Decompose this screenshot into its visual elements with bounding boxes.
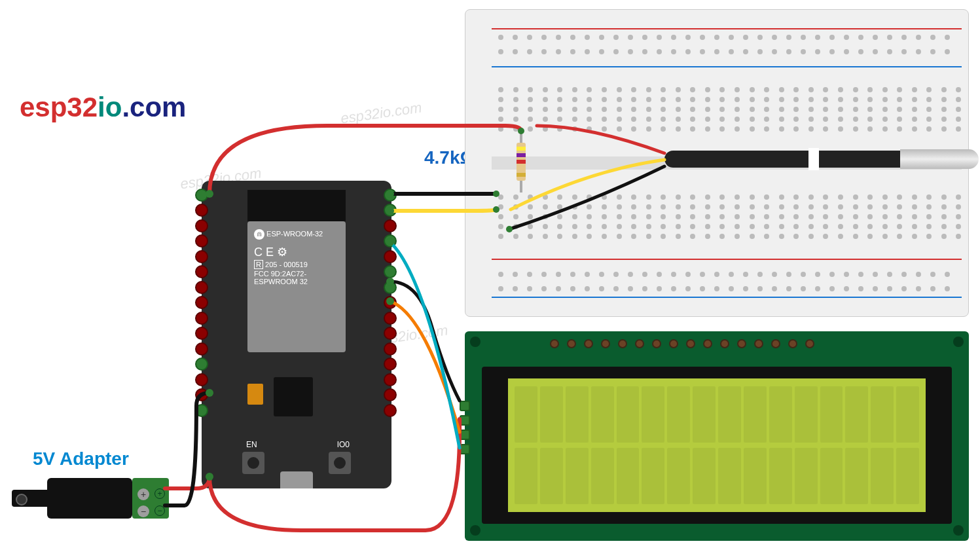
- esp32-shield: ⋒ ESP-WROOM-32 C E ⚙ R 205 - 000519 FCC …: [247, 221, 346, 352]
- io0-button[interactable]: [329, 452, 351, 474]
- lcd-header-pin: [652, 339, 661, 348]
- lcd-char-cell: [871, 448, 894, 504]
- esp32-pin: [195, 219, 208, 232]
- esp32-pin: [384, 250, 397, 263]
- lcd-char-cell: [820, 386, 843, 443]
- en-button-label: EN: [246, 440, 257, 449]
- lcd-header-pin: [754, 339, 763, 348]
- lcd-char-cell: [515, 448, 537, 504]
- lcd-char-cell: [667, 386, 690, 443]
- lcd-header-pin: [584, 339, 593, 348]
- lcd-pin-sda: [460, 430, 470, 440]
- esp32-pins-right: [384, 186, 398, 483]
- dc-barrel-jack[interactable]: [12, 490, 47, 507]
- lcd-char-cell: [540, 386, 563, 443]
- ds18b20-sensor: [664, 149, 979, 169]
- lcd-header-pin: [550, 339, 559, 348]
- lcd-char-cell: [845, 386, 868, 443]
- lcd-row-1: [515, 386, 919, 443]
- terminal-screw-pos[interactable]: [137, 488, 149, 500]
- lcd-header-pin: [805, 339, 814, 348]
- esp32-pin: [384, 327, 397, 340]
- lcd-header-pin: [703, 339, 712, 348]
- lcd-char-cell: [718, 448, 741, 504]
- esp32-module-name: ESP-WROOM-32: [266, 230, 323, 238]
- rail-holes: [498, 272, 962, 277]
- lcd-pin-scl: [460, 444, 470, 454]
- lcd-16x2: [465, 331, 969, 541]
- sensor-probe-tip: [900, 149, 979, 169]
- lcd-header-pin: [788, 339, 797, 348]
- esp32-pin: [195, 265, 208, 278]
- lcd-char-cell: [871, 386, 894, 443]
- dc-adapter-5v: + −: [12, 471, 169, 524]
- lcd-char-cell: [566, 386, 589, 443]
- esp32-pin: [195, 312, 208, 325]
- esp32-pin: [384, 388, 397, 401]
- esp32-pin: [384, 281, 397, 294]
- rail-holes: [498, 35, 962, 40]
- esp32-pin: [195, 296, 208, 309]
- esp32-pin: [195, 234, 208, 248]
- lcd-char-cell: [642, 386, 664, 443]
- site-logo: esp32io.com: [20, 92, 186, 123]
- esp32-antenna: [247, 190, 346, 221]
- esp32-pin: [384, 342, 397, 356]
- breadboard-grid-bot: [498, 194, 962, 239]
- rail-holes: [498, 286, 962, 291]
- watermark: esp32io.com: [340, 99, 423, 127]
- lcd-char-cell: [540, 448, 563, 504]
- lcd-char-cell: [515, 386, 537, 443]
- esp32-pin: [195, 404, 208, 417]
- lcd-pin-vcc: [460, 415, 470, 426]
- lcd-header-pins: [550, 339, 814, 348]
- adapter-label: 5V Adapter: [33, 449, 129, 469]
- esp32-pin: [384, 296, 397, 309]
- esp32-pin: [195, 189, 208, 202]
- logo-part1: esp32: [20, 92, 98, 122]
- lcd-char-cell: [820, 448, 843, 504]
- lcd-screen: [508, 378, 926, 512]
- plus-icon: +: [154, 488, 165, 499]
- pullup-resistor: [517, 143, 526, 181]
- lcd-char-cell: [591, 448, 614, 504]
- esp32-pin: [195, 388, 208, 401]
- lcd-char-cell: [795, 448, 818, 504]
- lcd-char-cell: [693, 386, 716, 443]
- lcd-char-cell: [667, 448, 690, 504]
- lcd-char-cell: [769, 448, 792, 504]
- lcd-header-pin: [720, 339, 729, 348]
- esp32-pin: [384, 204, 397, 217]
- esp32-pin: [384, 312, 397, 325]
- lcd-char-cell: [617, 448, 640, 504]
- micro-usb-port[interactable]: [280, 471, 313, 488]
- esp32-r-marker: R: [254, 260, 263, 269]
- io0-button-label: IO0: [337, 440, 350, 449]
- esp32-pin: [384, 358, 397, 371]
- adapter-body: [47, 478, 132, 519]
- esp32-pin: [195, 281, 208, 294]
- terminal-screw-neg[interactable]: [137, 505, 149, 517]
- lcd-char-cell: [795, 386, 818, 443]
- power-rail-bot-neg: [492, 297, 962, 298]
- lcd-pin-gnd: [460, 401, 470, 411]
- lcd-char-cell: [566, 448, 589, 504]
- esp32-pins-left: [195, 186, 209, 483]
- lcd-char-cell: [591, 386, 614, 443]
- esp32-fcc: FCC 9D:2AC72-ESPWROOM 32: [254, 270, 339, 285]
- power-rail-top-pos: [492, 28, 962, 29]
- esp32-pin: [384, 404, 397, 417]
- lcd-header-pin: [618, 339, 627, 348]
- lcd-char-cell: [896, 386, 919, 443]
- lcd-header-pin: [737, 339, 746, 348]
- lcd-char-cell: [693, 448, 716, 504]
- lcd-char-cell: [744, 386, 767, 443]
- esp32-usb-chip: [274, 377, 313, 416]
- esp32-pin: [384, 265, 397, 278]
- lcd-header-pin: [771, 339, 780, 348]
- esp32-pin: [195, 373, 208, 386]
- esp32-pin: [384, 219, 397, 232]
- esp32-capacitor: [247, 384, 263, 405]
- en-button[interactable]: [242, 452, 264, 474]
- lcd-header-pin: [686, 339, 695, 348]
